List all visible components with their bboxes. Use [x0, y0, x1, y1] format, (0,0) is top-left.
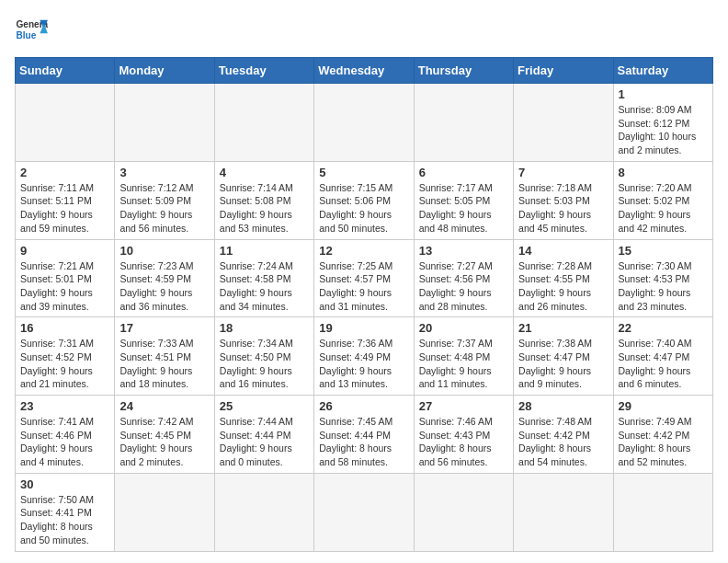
calendar-day-cell: 1Sunrise: 8:09 AM Sunset: 6:12 PM Daylig… — [613, 84, 712, 162]
weekday-header-thursday: Thursday — [414, 58, 513, 84]
calendar-day-cell — [514, 84, 613, 162]
calendar-day-cell: 4Sunrise: 7:14 AM Sunset: 5:08 PM Daylig… — [214, 161, 313, 239]
calendar-day-cell: 23Sunrise: 7:41 AM Sunset: 4:46 PM Dayli… — [16, 396, 115, 474]
day-info: Sunrise: 7:27 AM Sunset: 4:56 PM Dayligh… — [419, 259, 508, 314]
day-number: 13 — [419, 244, 508, 258]
calendar-day-cell — [314, 473, 414, 551]
day-info: Sunrise: 7:21 AM Sunset: 5:01 PM Dayligh… — [20, 259, 109, 314]
day-number: 18 — [220, 321, 309, 335]
calendar-day-cell: 3Sunrise: 7:12 AM Sunset: 5:09 PM Daylig… — [115, 161, 214, 239]
day-info: Sunrise: 7:41 AM Sunset: 4:46 PM Dayligh… — [20, 415, 109, 469]
calendar-day-cell: 15Sunrise: 7:30 AM Sunset: 4:53 PM Dayli… — [613, 239, 712, 317]
day-info: Sunrise: 7:38 AM Sunset: 4:47 PM Dayligh… — [518, 337, 608, 391]
calendar-day-cell: 5Sunrise: 7:15 AM Sunset: 5:06 PM Daylig… — [314, 161, 414, 239]
calendar-day-cell: 17Sunrise: 7:33 AM Sunset: 4:51 PM Dayli… — [115, 317, 214, 396]
day-info: Sunrise: 7:23 AM Sunset: 4:59 PM Dayligh… — [119, 259, 209, 314]
day-number: 24 — [119, 399, 209, 413]
calendar-day-cell: 28Sunrise: 7:48 AM Sunset: 4:42 PM Dayli… — [514, 396, 613, 474]
weekday-header-row: SundayMondayTuesdayWednesdayThursdayFrid… — [16, 58, 713, 84]
day-number: 7 — [518, 166, 608, 179]
day-info: Sunrise: 7:17 AM Sunset: 5:05 PM Dayligh… — [419, 181, 508, 236]
calendar-day-cell: 16Sunrise: 7:31 AM Sunset: 4:52 PM Dayli… — [16, 317, 115, 396]
calendar-week-row: 1Sunrise: 8:09 AM Sunset: 6:12 PM Daylig… — [16, 84, 713, 162]
day-number: 22 — [619, 321, 708, 335]
calendar-day-cell: 11Sunrise: 7:24 AM Sunset: 4:58 PM Dayli… — [214, 239, 313, 317]
calendar-week-row: 23Sunrise: 7:41 AM Sunset: 4:46 PM Dayli… — [16, 396, 713, 474]
day-info: Sunrise: 7:40 AM Sunset: 4:47 PM Dayligh… — [619, 337, 708, 391]
day-number: 27 — [419, 399, 508, 413]
weekday-header-friday: Friday — [514, 58, 613, 84]
day-info: Sunrise: 7:30 AM Sunset: 4:53 PM Dayligh… — [619, 259, 708, 314]
day-info: Sunrise: 7:45 AM Sunset: 4:44 PM Dayligh… — [319, 415, 408, 469]
day-info: Sunrise: 7:37 AM Sunset: 4:48 PM Dayligh… — [419, 337, 508, 391]
day-info: Sunrise: 8:09 AM Sunset: 6:12 PM Dayligh… — [619, 103, 708, 157]
weekday-header-wednesday: Wednesday — [314, 58, 414, 84]
calendar-day-cell: 6Sunrise: 7:17 AM Sunset: 5:05 PM Daylig… — [414, 161, 513, 239]
day-number: 29 — [619, 399, 708, 413]
day-info: Sunrise: 7:36 AM Sunset: 4:49 PM Dayligh… — [319, 337, 408, 391]
day-number: 11 — [220, 244, 309, 258]
calendar-day-cell: 13Sunrise: 7:27 AM Sunset: 4:56 PM Dayli… — [414, 239, 513, 317]
day-number: 1 — [619, 87, 708, 101]
logo-icon: General Blue — [15, 15, 48, 48]
calendar-day-cell — [613, 473, 712, 551]
day-info: Sunrise: 7:12 AM Sunset: 5:09 PM Dayligh… — [119, 181, 209, 236]
day-info: Sunrise: 7:15 AM Sunset: 5:06 PM Dayligh… — [319, 181, 408, 236]
day-info: Sunrise: 7:50 AM Sunset: 4:41 PM Dayligh… — [20, 493, 109, 547]
day-number: 16 — [20, 321, 109, 335]
day-number: 12 — [319, 244, 408, 258]
day-number: 28 — [518, 399, 608, 413]
calendar-day-cell — [514, 473, 613, 551]
weekday-header-tuesday: Tuesday — [214, 58, 313, 84]
calendar-day-cell: 21Sunrise: 7:38 AM Sunset: 4:47 PM Dayli… — [514, 317, 613, 396]
day-info: Sunrise: 7:20 AM Sunset: 5:02 PM Dayligh… — [619, 181, 708, 236]
calendar-day-cell: 7Sunrise: 7:18 AM Sunset: 5:03 PM Daylig… — [514, 161, 613, 239]
weekday-header-monday: Monday — [115, 58, 214, 84]
calendar-day-cell: 14Sunrise: 7:28 AM Sunset: 4:55 PM Dayli… — [514, 239, 613, 317]
day-number: 6 — [419, 166, 508, 179]
day-number: 25 — [220, 399, 309, 413]
calendar-day-cell: 25Sunrise: 7:44 AM Sunset: 4:44 PM Dayli… — [214, 396, 313, 474]
calendar-day-cell: 27Sunrise: 7:46 AM Sunset: 4:43 PM Dayli… — [414, 396, 513, 474]
day-number: 10 — [119, 244, 209, 258]
day-info: Sunrise: 7:49 AM Sunset: 4:42 PM Dayligh… — [619, 415, 708, 469]
day-info: Sunrise: 7:33 AM Sunset: 4:51 PM Dayligh… — [119, 337, 209, 391]
day-number: 2 — [20, 166, 109, 179]
logo: General Blue — [15, 15, 48, 48]
calendar-day-cell: 22Sunrise: 7:40 AM Sunset: 4:47 PM Dayli… — [613, 317, 712, 396]
calendar-day-cell: 29Sunrise: 7:49 AM Sunset: 4:42 PM Dayli… — [613, 396, 712, 474]
calendar-day-cell: 19Sunrise: 7:36 AM Sunset: 4:49 PM Dayli… — [314, 317, 414, 396]
calendar-day-cell: 2Sunrise: 7:11 AM Sunset: 5:11 PM Daylig… — [16, 161, 115, 239]
day-info: Sunrise: 7:14 AM Sunset: 5:08 PM Dayligh… — [220, 181, 309, 236]
calendar-day-cell — [214, 84, 313, 162]
weekday-header-saturday: Saturday — [613, 58, 712, 84]
weekday-header-sunday: Sunday — [16, 58, 115, 84]
calendar: SundayMondayTuesdayWednesdayThursdayFrid… — [15, 57, 713, 552]
day-number: 21 — [518, 321, 608, 335]
day-number: 8 — [619, 166, 708, 179]
calendar-day-cell: 24Sunrise: 7:42 AM Sunset: 4:45 PM Dayli… — [115, 396, 214, 474]
day-info: Sunrise: 7:42 AM Sunset: 4:45 PM Dayligh… — [119, 415, 209, 469]
day-number: 23 — [20, 399, 109, 413]
day-info: Sunrise: 7:46 AM Sunset: 4:43 PM Dayligh… — [419, 415, 508, 469]
calendar-day-cell — [115, 84, 214, 162]
day-info: Sunrise: 7:48 AM Sunset: 4:42 PM Dayligh… — [518, 415, 608, 469]
day-number: 14 — [518, 244, 608, 258]
calendar-day-cell — [414, 473, 513, 551]
calendar-week-row: 2Sunrise: 7:11 AM Sunset: 5:11 PM Daylig… — [16, 161, 713, 239]
calendar-day-cell: 26Sunrise: 7:45 AM Sunset: 4:44 PM Dayli… — [314, 396, 414, 474]
day-number: 26 — [319, 399, 408, 413]
day-number: 9 — [20, 244, 109, 258]
day-info: Sunrise: 7:11 AM Sunset: 5:11 PM Dayligh… — [20, 181, 109, 236]
day-number: 15 — [619, 244, 708, 258]
day-info: Sunrise: 7:18 AM Sunset: 5:03 PM Dayligh… — [518, 181, 608, 236]
calendar-day-cell: 18Sunrise: 7:34 AM Sunset: 4:50 PM Dayli… — [214, 317, 313, 396]
calendar-week-row: 30Sunrise: 7:50 AM Sunset: 4:41 PM Dayli… — [16, 473, 713, 551]
calendar-day-cell: 20Sunrise: 7:37 AM Sunset: 4:48 PM Dayli… — [414, 317, 513, 396]
day-number: 3 — [119, 166, 209, 179]
calendar-day-cell — [314, 84, 414, 162]
day-info: Sunrise: 7:28 AM Sunset: 4:55 PM Dayligh… — [518, 259, 608, 314]
calendar-day-cell: 9Sunrise: 7:21 AM Sunset: 5:01 PM Daylig… — [16, 239, 115, 317]
day-info: Sunrise: 7:24 AM Sunset: 4:58 PM Dayligh… — [220, 259, 309, 314]
calendar-day-cell: 12Sunrise: 7:25 AM Sunset: 4:57 PM Dayli… — [314, 239, 414, 317]
